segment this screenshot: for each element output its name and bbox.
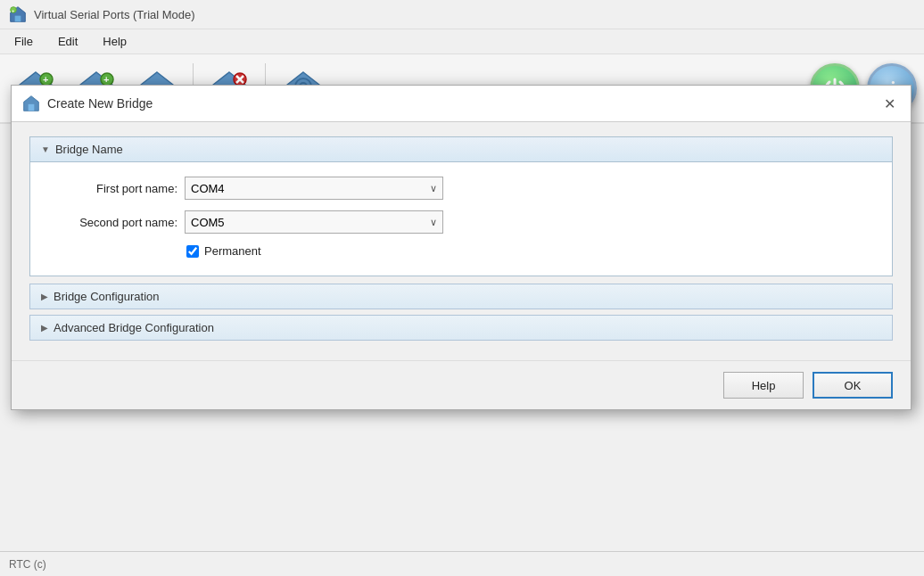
menu-bar: File Edit Help (0, 29, 924, 54)
bridge-name-header[interactable]: ▼ Bridge Name (30, 137, 892, 162)
second-port-select[interactable]: COM5 ∨ (185, 210, 443, 234)
permanent-row: Permanent (186, 244, 874, 258)
menu-edit[interactable]: Edit (53, 33, 83, 50)
advanced-config-collapse-icon: ▶ (41, 323, 48, 333)
permanent-checkbox[interactable] (186, 245, 199, 258)
title-bar: + Virtual Serial Ports (Trial Mode) (0, 0, 924, 29)
bridge-name-label: Bridge Name (55, 143, 123, 156)
permanent-label: Permanent (204, 244, 261, 258)
ok-button[interactable]: OK (813, 372, 893, 399)
help-button[interactable]: Help (723, 372, 804, 399)
svg-rect-30 (29, 104, 35, 111)
first-port-value: COM4 (191, 182, 225, 195)
svg-rect-1 (15, 16, 21, 22)
dialog-icon (22, 95, 40, 112)
dialog-title-left: Create New Bridge (22, 95, 153, 112)
bridge-name-body: First port name: COM4 ∨ Second port name… (30, 162, 892, 276)
bridge-config-collapse-icon: ▶ (41, 292, 48, 301)
first-port-select[interactable]: COM4 ∨ (185, 177, 443, 200)
status-text: RTC (c) (9, 558, 46, 571)
menu-file[interactable]: File (9, 33, 38, 50)
svg-text:+: + (43, 74, 48, 85)
dialog-titlebar: Create New Bridge ✕ (12, 86, 911, 122)
second-port-arrow-icon: ∨ (430, 217, 437, 228)
dialog-content: ▼ Bridge Name First port name: COM4 ∨ Se… (12, 122, 911, 360)
svg-text:+: + (12, 8, 14, 13)
dialog-title: Create New Bridge (47, 96, 153, 111)
second-port-row: Second port name: COM5 ∨ (48, 210, 874, 234)
first-port-row: First port name: COM4 ∨ (48, 177, 874, 200)
bridge-config-section[interactable]: ▶ Bridge Configuration (29, 284, 893, 309)
first-port-arrow-icon: ∨ (430, 183, 437, 194)
bridge-name-section: ▼ Bridge Name First port name: COM4 ∨ Se… (29, 136, 893, 276)
dialog-close-button[interactable]: ✕ (879, 93, 900, 114)
advanced-bridge-config-section[interactable]: ▶ Advanced Bridge Configuration (29, 315, 893, 341)
status-bar: RTC (c) (0, 551, 924, 576)
first-port-label: First port name: (48, 182, 177, 195)
app-title: Virtual Serial Ports (Trial Mode) (34, 8, 195, 21)
menu-help[interactable]: Help (97, 33, 132, 50)
second-port-value: COM5 (191, 216, 225, 229)
bridge-config-label: Bridge Configuration (54, 290, 160, 303)
dialog-buttons: Help OK (12, 360, 911, 409)
second-port-label: Second port name: (48, 216, 177, 229)
bridge-name-collapse-arrow: ▼ (41, 144, 50, 154)
app-icon: + (9, 5, 27, 23)
create-bridge-dialog: Create New Bridge ✕ ▼ Bridge Name First … (11, 85, 912, 410)
advanced-config-label: Advanced Bridge Configuration (54, 321, 214, 334)
svg-text:+: + (103, 74, 109, 85)
